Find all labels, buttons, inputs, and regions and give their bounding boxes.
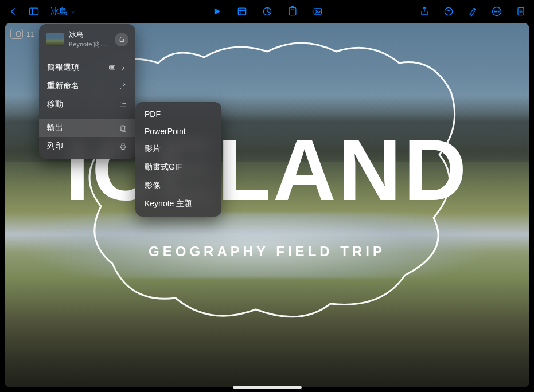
svg-point-15: [498, 11, 500, 12]
submenu-item-label: Keynote 主題: [145, 199, 192, 209]
slide-navigator-toggle[interactable]: 11: [10, 29, 34, 39]
submenu-item-keynote-theme[interactable]: Keynote 主題: [135, 195, 221, 213]
menu-item-label: 輸出: [47, 123, 63, 133]
svg-point-14: [496, 11, 497, 12]
menu-item-presentation-options[interactable]: 簡報選項: [39, 58, 135, 77]
submenu-item-pdf[interactable]: PDF: [135, 105, 221, 123]
svg-rect-20: [110, 66, 114, 69]
svg-rect-3: [238, 8, 245, 15]
menu-item-move[interactable]: 移動: [39, 95, 135, 113]
document-menu: 冰島 Keynote 簡報⋯ 簡報選項 重新命名 移動 輸出: [39, 24, 135, 159]
submenu-item-label: PDF: [145, 109, 161, 119]
back-icon[interactable]: [7, 5, 20, 18]
media-icon[interactable]: [311, 5, 324, 18]
document-title-dropdown[interactable]: 冰島: [50, 6, 76, 17]
menu-item-label: 列印: [47, 141, 63, 151]
slide-subtitle: GEOGRAPHY FIELD TRIP: [5, 244, 529, 260]
document-title-label: 冰島: [50, 6, 68, 17]
menu-item-export[interactable]: 輸出: [39, 119, 135, 137]
text-icon[interactable]: [286, 5, 299, 18]
menu-doc-subtitle: Keynote 簡報⋯: [69, 40, 110, 49]
export-icon: [119, 124, 127, 132]
sidebar-icon[interactable]: [28, 5, 40, 18]
more-icon[interactable]: [490, 5, 503, 18]
format-icon[interactable]: [466, 5, 479, 18]
menu-header: 冰島 Keynote 簡報⋯: [39, 29, 135, 53]
play-icon[interactable]: [211, 5, 223, 18]
svg-rect-0: [30, 8, 38, 15]
chart-icon[interactable]: [261, 5, 274, 18]
document-settings-icon[interactable]: [514, 5, 527, 18]
collaborate-icon[interactable]: [442, 5, 455, 18]
pencil-icon: [119, 82, 127, 91]
display-icon: [108, 64, 116, 72]
slide-count-label: 11: [26, 30, 34, 38]
document-thumbnail: [46, 33, 64, 46]
submenu-item-label: 影片: [145, 144, 161, 154]
home-indicator[interactable]: [233, 386, 302, 389]
export-submenu: PDF PowerPoint 影片 動畫式GIF 影像 Keynote 主題: [135, 102, 221, 217]
svg-point-13: [494, 11, 496, 12]
menu-item-label: 重新命名: [47, 81, 79, 91]
submenu-item-label: 影像: [145, 181, 161, 191]
chevron-down-icon: [70, 7, 76, 17]
menu-item-print[interactable]: 列印: [39, 137, 135, 155]
toolbar: 冰島: [0, 0, 534, 23]
folder-icon: [119, 100, 127, 109]
svg-rect-21: [120, 126, 125, 131]
submenu-item-label: 動畫式GIF: [145, 162, 182, 173]
submenu-item-gif[interactable]: 動畫式GIF: [135, 158, 221, 177]
menu-item-rename[interactable]: 重新命名: [39, 77, 135, 95]
printer-icon: [119, 142, 127, 151]
submenu-item-images[interactable]: 影像: [135, 177, 221, 195]
slides-icon: [10, 29, 23, 39]
submenu-item-powerpoint[interactable]: PowerPoint: [135, 123, 221, 140]
share-icon[interactable]: [418, 5, 431, 18]
svg-rect-22: [122, 127, 126, 132]
svg-point-11: [445, 7, 452, 15]
menu-item-label: 移動: [47, 99, 63, 109]
menu-doc-title: 冰島: [69, 30, 110, 40]
menu-item-label: 簡報選項: [47, 62, 79, 73]
submenu-item-label: PowerPoint: [145, 127, 186, 136]
svg-rect-24: [122, 144, 124, 146]
svg-marker-2: [214, 8, 220, 15]
menu-share-button[interactable]: [115, 33, 128, 46]
table-icon[interactable]: [236, 5, 248, 18]
submenu-item-movie[interactable]: 影片: [135, 140, 221, 158]
chevron-right-icon: [119, 64, 127, 72]
svg-rect-16: [518, 7, 524, 15]
